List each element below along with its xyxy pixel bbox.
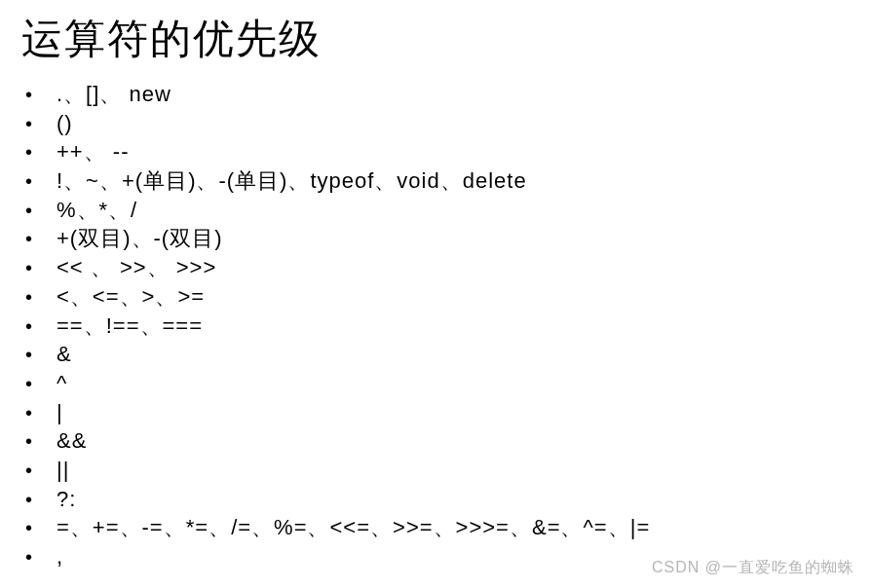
list-item: • & <box>21 340 851 369</box>
bullet-icon: • <box>21 458 57 484</box>
item-text: << 、 >>、 >>> <box>57 253 216 282</box>
bullet-icon: • <box>21 428 57 455</box>
item-text: .、[]、 new <box>57 80 171 109</box>
item-text: && <box>57 426 87 456</box>
list-item: • << 、 >>、 >>> <box>21 253 851 282</box>
bullet-icon: • <box>21 139 57 165</box>
bullet-icon: • <box>21 313 57 340</box>
item-text: | <box>57 398 63 427</box>
bullet-icon: • <box>21 544 57 570</box>
bullet-icon: • <box>21 255 57 281</box>
item-text: () <box>57 109 73 138</box>
item-text: ++、 -- <box>57 137 129 166</box>
bullet-icon: • <box>21 342 57 368</box>
watermark: CSDN @一直爱吃鱼的蜘蛛 <box>652 558 854 578</box>
list-item: • !、~、+(单目)、-(单目)、typeof、void、delete <box>21 166 851 196</box>
list-item: • +(双目)、-(双目) <box>21 224 851 253</box>
item-text: =、+=、-=、*=、/=、%=、<<=、>>=、>>>=、&=、^=、|= <box>57 513 650 542</box>
bullet-icon: • <box>21 284 57 311</box>
bullet-icon: • <box>21 198 57 224</box>
list-item: • ?: <box>21 485 851 514</box>
list-item: • %、*、/ <box>21 196 851 225</box>
item-text: %、*、/ <box>57 196 137 225</box>
item-text: & <box>57 340 72 369</box>
item-text: !、~、+(单目)、-(单目)、typeof、void、delete <box>57 166 527 196</box>
bullet-icon: • <box>21 111 57 137</box>
item-text: || <box>57 456 69 485</box>
list-item: • && <box>21 426 851 456</box>
list-item: • || <box>21 456 851 485</box>
bullet-icon: • <box>21 371 57 397</box>
list-item: • () <box>21 109 851 138</box>
bullet-icon: • <box>21 487 57 513</box>
list-item: • ^ <box>21 369 851 398</box>
bullet-icon: • <box>21 226 57 252</box>
list-item: • ==、!==、=== <box>21 312 851 341</box>
item-text: <、<=、>、>= <box>57 282 205 312</box>
bullet-icon: • <box>21 82 57 108</box>
list-item: • .、[]、 new <box>21 80 851 109</box>
list-item: • =、+=、-=、*=、/=、%=、<<=、>>=、>>>=、&=、^=、|= <box>21 513 851 542</box>
item-text: , <box>57 542 63 571</box>
page-title: 运算符的优先级 <box>21 12 851 66</box>
item-text: ==、!==、=== <box>57 312 203 341</box>
bullet-icon: • <box>21 168 57 195</box>
list-item: • <、<=、>、>= <box>21 282 851 312</box>
list-item: • ++、 -- <box>21 137 851 166</box>
item-text: +(双目)、-(双目) <box>57 224 222 253</box>
item-text: ?: <box>57 485 76 514</box>
item-text: ^ <box>57 369 67 398</box>
operator-precedence-list: • .、[]、 new • () • ++、 -- • !、~、+(单目)、-(… <box>21 80 851 571</box>
list-item: • | <box>21 398 851 427</box>
bullet-icon: • <box>21 400 57 426</box>
bullet-icon: • <box>21 515 57 541</box>
